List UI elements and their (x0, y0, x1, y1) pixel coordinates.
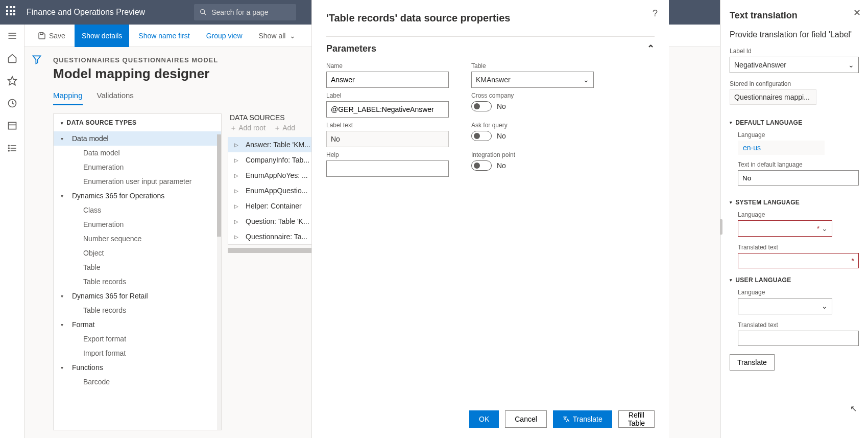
default-language-section[interactable]: ▾DEFAULT LANGUAGE (730, 119, 859, 126)
dialog-buttons: OK Cancel Translate Refill Table (326, 410, 655, 428)
data-source-label: Question: Table 'K... (246, 217, 309, 225)
caret-icon: ▾ (61, 365, 63, 371)
translation-subtitle: Provide translation for field 'Label' (730, 30, 859, 39)
clock-icon[interactable] (7, 98, 17, 108)
help-icon[interactable]: ? (653, 8, 658, 19)
tree-item-label: Data model (83, 149, 120, 157)
tree-item-label: Enumeration (83, 163, 124, 171)
properties-dialog: ? 'Table records' data source properties… (311, 0, 669, 438)
star-icon[interactable] (7, 76, 17, 86)
label-id-label: Label Id (730, 48, 859, 55)
tree-item-label: Import format (83, 349, 126, 357)
tree-item[interactable]: ▾Format (54, 317, 221, 332)
data-source-types-panel: ▾DATA SOURCE TYPES ▾Data modelData model… (53, 113, 222, 430)
table-select[interactable]: KMAnswer ⌄ (471, 72, 594, 88)
name-input[interactable] (326, 72, 449, 88)
tree-item[interactable]: Class (54, 203, 221, 217)
tree-item[interactable]: Enumeration user input parameter (54, 174, 221, 189)
svg-line-1 (204, 13, 206, 15)
refill-table-button[interactable]: Refill Table (618, 410, 655, 428)
tree-item[interactable]: Enumeration (54, 160, 221, 174)
label-input[interactable] (326, 101, 449, 118)
system-translated-input[interactable] (738, 253, 859, 268)
group-view-button[interactable]: Group view (199, 25, 250, 47)
data-source-types-tree: ▾Data modelData modelEnumerationEnumerat… (54, 131, 221, 393)
cancel-button[interactable]: Cancel (505, 410, 547, 428)
tree-item[interactable]: ▾Dynamics 365 for Retail (54, 289, 221, 303)
ok-button[interactable]: OK (469, 410, 499, 428)
tree-item[interactable]: Export format (54, 332, 221, 346)
translation-pane: ✕ Text translation Provide translation f… (720, 0, 868, 438)
tree-item[interactable]: Number sequence (54, 232, 221, 246)
chevron-down-icon: ⌄ (848, 61, 854, 69)
expand-icon: ▷ (234, 219, 238, 224)
toggle-value: No (497, 102, 506, 110)
expand-icon: ▷ (234, 203, 238, 209)
show-details-button[interactable]: Show details (75, 25, 129, 47)
tree-item[interactable]: Barcode (54, 375, 221, 389)
tree-item[interactable]: Object (54, 246, 221, 260)
system-language-section[interactable]: ▾SYSTEM LANGUAGE (730, 199, 859, 206)
search-input[interactable]: Search for a page (194, 4, 296, 20)
tree-item-label: Object (83, 249, 104, 257)
chevron-down-icon: ⌄ (583, 76, 589, 84)
save-label: Save (49, 32, 65, 40)
svg-rect-7 (8, 122, 16, 129)
label-id-select[interactable]: NegativeAnswer ⌄ (730, 57, 859, 73)
parameters-section-header[interactable]: Parameters ⌃ (326, 36, 655, 60)
label-text-label: Label text (326, 122, 449, 129)
tab-validations[interactable]: Validations (97, 91, 134, 105)
help-input[interactable] (326, 160, 449, 177)
data-source-label: CompanyInfo: Tab... (246, 156, 309, 164)
list-icon[interactable] (7, 143, 17, 153)
user-language-select[interactable]: ⌄ (738, 298, 832, 314)
resize-handle[interactable] (720, 219, 722, 235)
tree-item[interactable]: Table records (54, 303, 221, 317)
parameters-form: Name Table KMAnswer ⌄ Label Cross compan… (326, 62, 655, 177)
tree-item-label: Export format (83, 335, 126, 343)
stored-in-label: Stored in configuration (730, 80, 859, 87)
module-icon[interactable] (7, 121, 17, 131)
show-all-button[interactable]: Show all ⌄ (252, 25, 303, 47)
tree-item[interactable]: Data model (54, 146, 221, 160)
tree-item[interactable]: Enumeration (54, 217, 221, 232)
system-language-select[interactable]: * ⌄ (738, 220, 832, 237)
translate-action-button[interactable]: Translate (730, 354, 775, 371)
scrollbar-vertical[interactable] (217, 134, 221, 430)
add-root-button[interactable]: ＋ Add root (230, 124, 266, 133)
language-label: Language (738, 289, 859, 296)
caret-icon: ▾ (61, 293, 63, 299)
add-button[interactable]: ＋ Add (274, 124, 295, 133)
app-launcher-icon[interactable] (6, 6, 18, 18)
user-language-section[interactable]: ▾USER LANGUAGE (730, 276, 859, 284)
name-label: Name (326, 62, 449, 70)
text-default-input[interactable] (738, 170, 859, 186)
expand-icon: ▷ (234, 157, 238, 163)
menu-icon[interactable] (7, 31, 17, 41)
ask-for-query-toggle[interactable] (471, 131, 492, 141)
tree-item[interactable]: ▾Functions (54, 360, 221, 375)
user-translated-input[interactable] (738, 331, 859, 346)
expand-icon: ▷ (234, 234, 238, 240)
tree-item[interactable]: Import format (54, 346, 221, 360)
data-source-label: Questionnaire: Ta... (246, 233, 307, 241)
chevron-up-icon: ⌃ (647, 43, 655, 54)
tree-item[interactable]: ▾Dynamics 365 for Operations (54, 189, 221, 203)
tree-item[interactable]: Table (54, 260, 221, 274)
cross-company-toggle[interactable] (471, 101, 492, 111)
integration-point-toggle[interactable] (471, 160, 492, 171)
tree-item-label: Enumeration (83, 220, 124, 228)
cursor-icon: ↖ (850, 404, 857, 413)
translate-button[interactable]: Translate (553, 410, 612, 428)
tree-item[interactable]: Table records (54, 274, 221, 289)
home-icon[interactable] (7, 53, 17, 63)
chevron-down-icon: ⌄ (290, 32, 296, 40)
close-icon[interactable]: ✕ (853, 7, 861, 18)
filter-icon[interactable] (32, 54, 42, 64)
save-button[interactable]: Save (31, 25, 73, 47)
tree-item[interactable]: ▾Data model (54, 131, 221, 146)
tab-mapping[interactable]: Mapping (53, 91, 83, 105)
translate-icon (563, 416, 570, 423)
svg-point-13 (8, 148, 9, 149)
show-name-first-button[interactable]: Show name first (131, 25, 197, 47)
